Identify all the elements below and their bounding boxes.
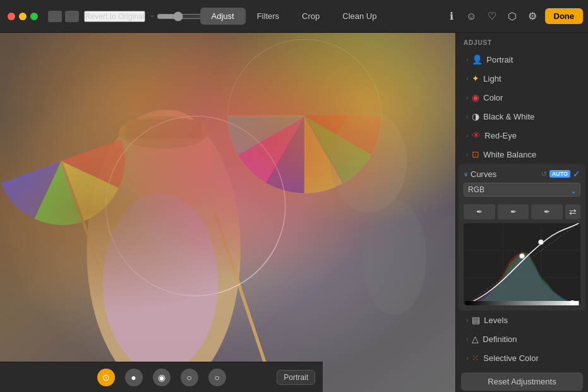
adjust-item-color[interactable]: › ◉ Color (459, 88, 585, 107)
rgb-select-wrapper: RGB Red Green Blue (464, 183, 580, 200)
selective-color-label: Selective Color (483, 353, 578, 363)
chevron-icon: › (466, 75, 468, 82)
tools-button[interactable]: ⚙ (525, 9, 540, 24)
curves-chevron-icon[interactable]: ∨ (464, 171, 468, 178)
reset-adjustments-button[interactable]: Reset Adjustments (461, 372, 583, 391)
curves-title: Curves (471, 169, 541, 179)
info-button[interactable]: ℹ (444, 9, 459, 24)
chevron-icon: › (466, 151, 468, 158)
redeye-label: Red-Eye (484, 131, 578, 140)
chevron-icon: › (466, 355, 468, 362)
gray-eyedropper-btn[interactable]: ✒ (498, 204, 529, 219)
curves-section: ∨ Curves ↺ AUTO ✓ RGB Red Green Blue ✒ ✒… (459, 164, 585, 310)
tab-cleanup[interactable]: Clean Up (331, 8, 388, 25)
black-eyedropper-btn[interactable]: ✒ (464, 204, 495, 219)
revert-button[interactable]: Revert to Original (84, 11, 145, 22)
svg-point-26 (520, 254, 525, 259)
tab-crop[interactable]: Crop (291, 8, 331, 25)
titlebar-right: ℹ ☺ ♡ ⬡ ⚙ Done (444, 8, 584, 24)
view-toggle (48, 11, 79, 22)
white-eyedropper-btn[interactable]: ✒ (531, 204, 563, 219)
adjust-item-selective-color[interactable]: › ⁙ Selective Color (459, 348, 585, 367)
emoji-button[interactable]: ☺ (464, 9, 479, 24)
adjust-item-light[interactable]: › ✦ Light (459, 69, 585, 88)
heart-button[interactable]: ♡ (484, 9, 500, 24)
titlebar: Revert to Original − + Adjust Filters Cr… (0, 0, 588, 33)
selective-color-icon: ⁙ (472, 353, 479, 363)
svg-rect-28 (465, 301, 579, 305)
redeye-icon: 👁 (472, 130, 481, 140)
rgb-select[interactable]: RGB Red Green Blue (464, 183, 580, 197)
color-icon: ◉ (472, 92, 479, 102)
minimize-button[interactable] (19, 13, 27, 20)
bw-icon: ◑ (472, 111, 479, 121)
tool-btn-2[interactable]: ◉ (153, 369, 171, 386)
portrait-label: Portrait (486, 55, 578, 64)
panel-header: ADJUST (456, 33, 588, 50)
color-label: Color (483, 93, 578, 102)
right-panel: ADJUST › 👤 Portrait › ✦ Light › ◉ Color … (455, 33, 588, 392)
curves-reset-icon[interactable]: ↺ (541, 170, 547, 178)
curves-graph[interactable] (464, 223, 580, 305)
adjust-item-levels[interactable]: › ▤ Levels (459, 310, 585, 329)
auto-badge[interactable]: AUTO (549, 170, 570, 178)
bottom-toolbar: ⊙ ● ◉ ○ ○ Portrait (0, 362, 323, 392)
adjust-item-definition[interactable]: › △ Definition (459, 329, 585, 348)
chevron-icon: › (466, 56, 468, 63)
traffic-lights (0, 13, 45, 20)
light-label: Light (483, 74, 578, 83)
portrait-button[interactable]: Portrait (277, 370, 315, 385)
adjust-item-redeye[interactable]: › 👁 Red-Eye (459, 126, 585, 145)
chevron-icon: › (466, 336, 468, 343)
svg-point-27 (539, 240, 544, 245)
wb-label: White Balance (483, 150, 578, 159)
tool-btn-4[interactable]: ○ (208, 369, 226, 386)
done-button[interactable]: Done (545, 8, 584, 24)
curves-header: ∨ Curves ↺ AUTO ✓ (464, 169, 580, 179)
curves-controls: ↺ AUTO ✓ (541, 169, 580, 179)
nav-tabs: Adjust Filters Crop Clean Up (200, 8, 388, 25)
levels-icon: ▤ (472, 315, 480, 325)
swap-btn[interactable]: ⇄ (565, 204, 580, 219)
photo-background (0, 33, 455, 392)
adjust-item-wb[interactable]: › ⊡ White Balance (459, 145, 585, 164)
tab-filters[interactable]: Filters (246, 8, 291, 25)
single-view-btn[interactable] (48, 11, 62, 22)
maximize-button[interactable] (30, 13, 38, 20)
tab-adjust[interactable]: Adjust (200, 8, 246, 25)
photo-layer (0, 33, 455, 392)
light-icon: ✦ (472, 73, 479, 83)
wb-icon: ⊡ (472, 149, 479, 159)
bw-label: Black & White (483, 112, 578, 121)
tool-btn-1[interactable]: ● (125, 369, 143, 386)
chevron-icon: › (466, 132, 468, 139)
levels-label: Levels (484, 315, 578, 325)
eyedropper-row: ✒ ✒ ✒ ⇄ (464, 204, 580, 219)
split-view-btn[interactable] (65, 11, 79, 22)
chevron-icon: › (466, 317, 468, 324)
chevron-icon: › (466, 94, 468, 101)
tool-btn-3[interactable]: ○ (181, 369, 198, 386)
close-button[interactable] (8, 13, 15, 20)
definition-label: Definition (483, 334, 578, 344)
adjust-item-portrait[interactable]: › 👤 Portrait (459, 50, 585, 69)
tool-btn-0[interactable]: ⊙ (97, 369, 115, 386)
chevron-icon: › (466, 113, 468, 120)
definition-icon: △ (472, 334, 479, 344)
share-button[interactable]: ⬡ (505, 9, 520, 24)
photo-container (0, 33, 455, 392)
curves-svg (464, 223, 580, 305)
main-photo-area: ⊙ ● ◉ ○ ○ Portrait (0, 33, 455, 392)
adjust-item-bw[interactable]: › ◑ Black & White (459, 107, 585, 126)
zoom-minus-icon: − (150, 13, 154, 20)
portrait-icon: 👤 (472, 54, 483, 64)
svg-point-29 (570, 300, 575, 305)
curves-check-icon[interactable]: ✓ (573, 169, 580, 179)
